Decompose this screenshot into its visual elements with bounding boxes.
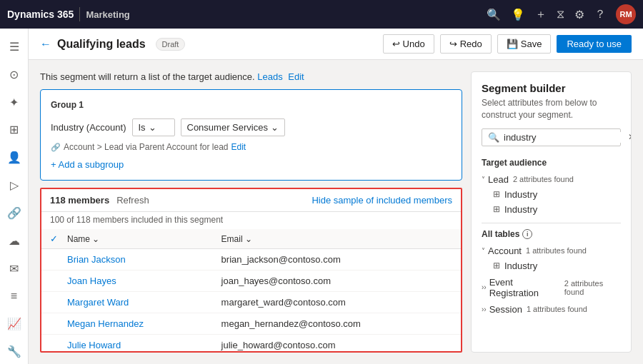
table-row[interactable]: Margaret Ward margaret_ward@contoso.com [41,292,461,313]
help-icon[interactable]: ？ [594,7,606,22]
search-icon[interactable]: 🔍 [487,8,501,21]
clear-search-icon[interactable]: ✕ [628,132,632,142]
sidebar-dashboard-icon[interactable]: ⊞ [1,117,27,142]
account-group-toggle[interactable]: Account 1 attributes found [482,243,621,258]
sidebar-cloud-icon[interactable]: ☁ [1,228,27,253]
search-icon2: 🔍 [488,132,499,143]
segment-builder-body: Target audience Lead 2 attributes found … [472,158,631,352]
members-section: 118 members Refresh Hide sample of inclu… [40,188,462,353]
members-sub-label: 100 of 118 members included in this segm… [41,212,461,229]
sidebar-chart-icon[interactable]: 📈 [1,311,27,336]
account-group-label: Account [488,246,522,256]
separator [482,223,621,223]
table-row[interactable]: Julie Howard julie_howard@contoso.com [41,335,461,351]
redo-button[interactable]: ↪ Redo [440,34,492,54]
account-group-count: 1 attributes found [526,246,587,255]
refresh-button[interactable]: Refresh [116,195,149,206]
sidebar-list-icon[interactable]: ≡ [1,283,27,308]
segment-builder-subtitle: Select attributes from below to construc… [482,97,621,121]
edit-breadcrumb-link[interactable]: Edit [231,142,246,152]
lead-group-children: ⊞ Industry ⊞ Industry [482,187,621,217]
row-name[interactable]: Julie Howard [67,340,221,350]
edit-entity-link[interactable]: Edit [288,71,304,82]
entity-link[interactable]: Leads [257,71,282,82]
members-header: 118 members Refresh Hide sample of inclu… [41,189,461,212]
table-header: ✓ Name ⌄ Email ⌄ [41,229,461,249]
row-email: julie_howard@contoso.com [221,340,452,350]
row-email: margaret_ward@contoso.com [221,297,452,308]
link-icon: 🔗 [51,143,61,152]
lead-tree-group: Lead 2 attributes found ⊞ Industry ⊞ Ind… [482,172,621,217]
all-tables-label: All tables i [482,229,621,239]
filter-value-select[interactable]: Consumer Services ⌄ [181,118,285,136]
add-icon[interactable]: ＋ [535,7,547,22]
lead-industry-item-1[interactable]: ⊞ Industry [493,187,621,202]
sidebar-menu-icon[interactable]: ☰ [1,34,27,59]
undo-button[interactable]: ↩ Undo [383,34,434,54]
row-name[interactable]: Megan Hernandez [67,318,221,329]
top-nav-icons: 🔍 💡 ＋ ⧖ ⚙ ？ RM [487,4,636,24]
redo-icon: ↪ [449,39,457,49]
breadcrumb: 🔗 Account > Lead via Parent Account for … [51,142,452,152]
sidebar-email-icon[interactable]: ✉ [1,256,27,281]
right-panel: Segment builder Select attributes from b… [471,71,632,353]
nav-divider [79,7,80,21]
table-row[interactable]: Brian Jackson brian_jackson@contoso.com [41,249,461,271]
filter-operator-select[interactable]: Is ⌄ [132,118,175,136]
info-icon[interactable]: i [522,229,532,239]
sidebar-tools-icon[interactable]: 🔧 [1,339,27,364]
lead-group-count: 2 attributes found [513,175,574,183]
account-tree-group: Account 1 attributes found ⊞ Industry [482,243,621,273]
undo-icon: ↩ [392,39,400,49]
table-row[interactable]: Megan Hernandez megan_hernandez@contoso.… [41,313,461,335]
sidebar-icons: ☰ ⊙ ✦ ⊞ 👤 ▷ 🔗 ☁ ✉ ≡ 📈 🔧 [0,29,29,364]
sidebar-pin-icon[interactable]: ✦ [1,90,27,115]
save-icon: 💾 [507,39,518,49]
main-layout: ☰ ⊙ ✦ ⊞ 👤 ▷ 🔗 ☁ ✉ ≡ 📈 🔧 ← Qualifying lea… [0,29,643,364]
save-button[interactable]: 💾 Save [497,34,552,54]
session-expand-icon: › [482,305,487,313]
lead-group-toggle[interactable]: Lead 2 attributes found [482,172,621,187]
module-name: Marketing [86,9,129,20]
toolbar: ← Qualifying leads Draft ↩ Undo ↪ Redo 💾… [29,29,643,60]
row-name[interactable]: Joan Hayes [67,275,221,286]
row-name[interactable]: Brian Jackson [67,254,221,265]
session-group-toggle[interactable]: › Session 1 attributes found [482,302,621,317]
user-avatar[interactable]: RM [616,4,636,24]
account-group-children: ⊞ Industry [482,258,621,273]
search-input[interactable] [504,132,624,143]
filter-icon[interactable]: ⧖ [557,8,564,21]
lightbulb-icon[interactable]: 💡 [511,8,525,21]
ready-to-use-button[interactable]: Ready to use [557,35,632,53]
settings-icon[interactable]: ⚙ [574,8,584,21]
brand-logo: Dynamics 365 Marketing [7,7,130,21]
table-row[interactable]: Joan Hayes joan_hayes@contoso.com [41,271,461,292]
account-industry-item[interactable]: ⊞ Industry [493,258,621,273]
status-badge: Draft [156,38,186,51]
event-reg-group-toggle[interactable]: › Event Registration 2 attributes found [482,275,621,300]
sidebar-link-icon[interactable]: 🔗 [1,201,27,226]
back-button[interactable]: ← [40,38,51,51]
session-tree-group: › Session 1 attributes found [482,302,621,317]
table-body: Brian Jackson brian_jackson@contoso.com … [41,249,461,351]
sidebar-play-icon[interactable]: ▷ [1,173,27,198]
page-title: Qualifying leads [57,38,146,51]
search-box[interactable]: 🔍 ✕ [482,128,621,146]
row-name[interactable]: Margaret Ward [67,297,221,308]
lead-expand-icon [482,176,485,183]
lead-industry-item-2[interactable]: ⊞ Industry [493,202,621,217]
name-column-header[interactable]: Name ⌄ [67,234,221,244]
lead-group-label: Lead [488,174,509,185]
chevron-down-icon2: ⌄ [271,122,279,133]
sort-icon: ⌄ [92,234,99,244]
table-icon3: ⊞ [493,261,500,271]
sidebar-contacts-icon[interactable]: 👤 [1,145,27,170]
account-expand-icon [482,247,485,255]
email-column-header[interactable]: Email ⌄ [221,234,452,244]
sidebar-recent-icon[interactable]: ⊙ [1,62,27,87]
row-email: megan_hernandez@contoso.com [221,318,452,329]
hide-members-button[interactable]: Hide sample of included members [311,195,452,206]
group-box: Group 1 Industry (Account) Is ⌄ Consumer… [40,89,462,181]
table-icon: ⊞ [493,189,500,199]
add-subgroup-button[interactable]: + Add a subgroup [51,159,452,170]
